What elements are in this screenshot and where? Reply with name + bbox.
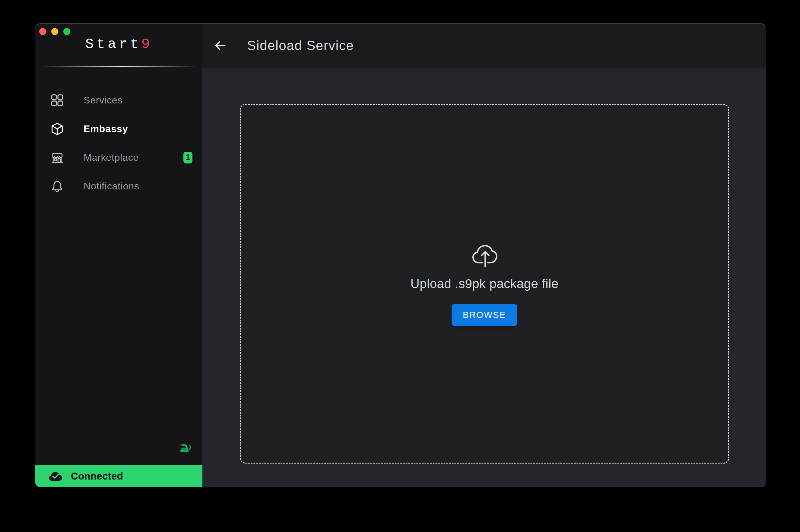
cloud-check-icon [49,471,63,482]
minimize-window-button[interactable] [51,28,58,35]
upload-prompt: Upload .s9pk package file [411,277,559,291]
sidebar-item-label: Embassy [83,124,128,134]
sidebar-item-label: Notifications [83,180,139,192]
page-title: Sideload Service [247,38,354,53]
sidebar-item-services[interactable]: Services [35,86,203,115]
sidebar-item-embassy[interactable]: Embassy [35,115,203,143]
close-window-button[interactable] [39,28,46,35]
sidebar-item-label: Marketplace [83,152,139,163]
upload-dropzone[interactable]: Upload .s9pk package file BROWSE [240,104,729,463]
window-controls [39,28,70,35]
sidebar: Start9 Services [35,24,203,487]
main-area: Sideload Service Upload .s9pk package fi… [203,24,766,487]
snake-icon [178,442,192,453]
page-content: Upload .s9pk package file BROWSE [203,67,766,487]
connection-status-bar[interactable]: Connected [35,465,203,487]
logo-accent: 9 [141,36,152,52]
sidebar-item-label: Services [83,95,122,106]
page-header: Sideload Service [203,24,766,67]
sidebar-item-marketplace[interactable]: Marketplace 1 [35,143,203,172]
cube-icon [50,122,64,136]
logo-text: Start [85,36,141,52]
bell-icon [50,179,64,193]
storefront-icon [50,151,64,164]
zoom-window-button[interactable] [63,28,70,35]
browse-button[interactable]: BROWSE [452,304,517,326]
marketplace-count-badge: 1 [184,152,192,164]
start9-logo: Start9 [35,37,203,52]
back-button[interactable] [213,38,228,53]
sidebar-divider [39,66,199,66]
app-window: Start9 Services [35,23,766,487]
arrow-back-icon [214,39,227,52]
sidebar-item-notifications[interactable]: Notifications [35,172,203,201]
cloud-upload-icon [471,242,499,270]
grid-icon [50,94,64,107]
sidebar-nav: Services Embassy [35,86,203,201]
connection-status-label: Connected [71,471,123,482]
